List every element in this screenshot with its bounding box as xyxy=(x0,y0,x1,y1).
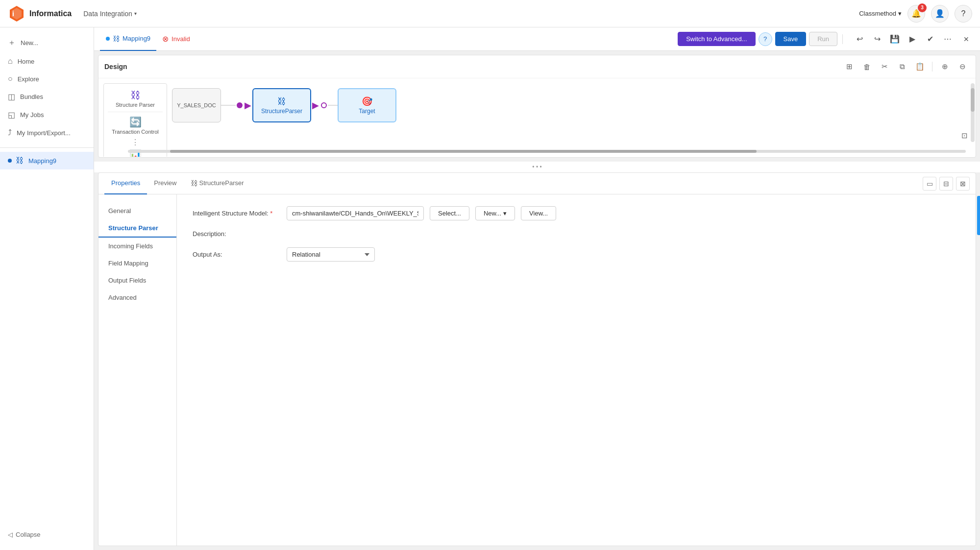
props-nav-incoming-fields-label: Incoming Fields xyxy=(108,242,153,250)
new-model-label: New... xyxy=(484,210,501,217)
structure-parser-node-item[interactable]: ⛓ Structure Parser xyxy=(108,87,163,111)
grid-view-button[interactable]: ⊞ xyxy=(842,59,857,74)
nav-user-button[interactable]: 👤 xyxy=(931,5,949,23)
output-as-form-row: Output As: Relational Hierarchical Flat xyxy=(193,247,960,262)
source-node[interactable]: Y_SALES_DOC xyxy=(172,88,221,122)
sidebar-item-explore[interactable]: ○ Explore xyxy=(0,70,94,88)
nav-help-button[interactable]: ? xyxy=(955,5,972,23)
tab-preview[interactable]: Preview xyxy=(147,173,183,194)
new-model-group: New... ▾ xyxy=(475,206,515,220)
props-nav-incoming-fields[interactable]: Incoming Fields xyxy=(98,238,176,255)
sidebar-item-bundles[interactable]: ◫ Bundles xyxy=(0,88,94,106)
collapse-label: Collapse xyxy=(16,531,41,538)
switch-to-advanced-button[interactable]: Switch to Advanced... xyxy=(678,32,755,46)
props-nav-general[interactable]: General xyxy=(98,202,176,219)
arrow-2: ▶ xyxy=(311,100,338,111)
save-to-repo-button[interactable]: 💾 xyxy=(887,31,903,47)
sidebar: ＋ New... ⌂ Home ○ Explore ◫ Bundles ◱ My… xyxy=(0,27,94,550)
save-button[interactable]: Save xyxy=(775,32,807,46)
layout-horizontal-button[interactable]: ▭ xyxy=(923,177,936,191)
tab-structureparser[interactable]: ⛓ StructureParser xyxy=(184,173,251,194)
layout-vertical-button[interactable]: ⊟ xyxy=(939,177,953,191)
select-model-button[interactable]: Select... xyxy=(430,206,469,220)
structure-parser-flow-node[interactable]: ⛓ StructureParser xyxy=(252,88,311,122)
props-nav-structure-parser[interactable]: Structure Parser xyxy=(98,219,176,238)
explore-icon: ○ xyxy=(8,74,13,83)
sidebar-item-new[interactable]: ＋ New... xyxy=(0,33,94,52)
copy-button[interactable]: ⧉ xyxy=(895,59,909,74)
zoom-out-button[interactable]: ⊖ xyxy=(955,59,970,74)
props-nav-output-fields[interactable]: Output Fields xyxy=(98,272,176,289)
active-dot xyxy=(8,159,12,163)
minimap-button[interactable]: ⊡ xyxy=(957,128,972,143)
nav-notifications-button[interactable]: 🔔 3 xyxy=(907,5,925,23)
target-flow-node[interactable]: 🎯 Target xyxy=(338,88,396,122)
structure-parser-flow-icon: ⛓ xyxy=(277,96,286,107)
redo-button[interactable]: ↪ xyxy=(869,31,885,47)
props-nav-field-mapping-label: Field Mapping xyxy=(108,260,148,267)
close-tab-button[interactable]: ✕ xyxy=(958,31,974,47)
sidebar-item-mapping9-label: Mapping9 xyxy=(28,157,56,165)
flow-arrow-2: ▶ xyxy=(312,100,319,111)
sidebar-item-home[interactable]: ⌂ Home xyxy=(0,52,94,70)
paste-button[interactable]: 📋 xyxy=(912,59,927,74)
output-as-select[interactable]: Relational Hierarchical Flat xyxy=(287,247,375,262)
target-flow-label: Target xyxy=(359,108,375,115)
properties-nav: General Structure Parser Incoming Fields… xyxy=(98,194,177,546)
layout-full-button[interactable]: ⊠ xyxy=(956,177,970,191)
properties-panel: Properties Preview ⛓ StructureParser ▭ ⊟… xyxy=(98,172,976,546)
collapse-button[interactable]: ◁ Collapse xyxy=(8,531,86,538)
panel-resize-handle[interactable]: • • • xyxy=(94,162,980,172)
main-content: ⛓ Mapping9 ⊗ Invalid Switch to Advanced.… xyxy=(94,27,980,550)
home-icon: ⌂ xyxy=(8,57,13,66)
description-label: Description: xyxy=(193,230,281,238)
canvas-horizontal-scrollbar[interactable] xyxy=(128,150,966,153)
transaction-control-icon: 🔄 xyxy=(129,116,142,128)
node-divider xyxy=(108,112,163,112)
transaction-control-node-label: Transaction Control xyxy=(112,129,159,135)
mapping-tab-icon: ⛓ xyxy=(113,35,120,43)
mapping-tab[interactable]: ⛓ Mapping9 xyxy=(100,27,156,51)
model-input[interactable] xyxy=(287,206,424,220)
svg-text:i: i xyxy=(12,10,14,18)
sidebar-item-explore-label: Explore xyxy=(18,75,39,83)
node-more-button[interactable]: ⋮ xyxy=(108,138,163,147)
nav-product[interactable]: Data Integration ▾ xyxy=(83,10,137,18)
transaction-control-node-item[interactable]: 🔄 Transaction Control xyxy=(108,113,163,138)
preview-button[interactable]: ▶ xyxy=(905,31,920,47)
zoom-in-button[interactable]: ⊕ xyxy=(937,59,952,74)
sidebar-item-bundles-label: Bundles xyxy=(20,93,43,100)
undo-button[interactable]: ↩ xyxy=(852,31,867,47)
nav-brand: Informatica xyxy=(29,9,72,18)
mapping-tab-label: Mapping9 xyxy=(122,35,150,42)
props-nav-field-mapping[interactable]: Field Mapping xyxy=(98,255,176,272)
bundles-icon: ◫ xyxy=(8,92,15,101)
props-nav-general-label: General xyxy=(108,207,131,215)
delete-button[interactable]: 🗑 xyxy=(859,59,874,74)
new-model-chevron-icon: ▾ xyxy=(503,210,507,217)
validate-button[interactable]: ✔ xyxy=(922,31,938,47)
view-model-button[interactable]: View... xyxy=(521,206,556,220)
flow-dot-2 xyxy=(321,102,327,108)
cut-button[interactable]: ✂ xyxy=(877,59,892,74)
canvas-vertical-scrollbar[interactable] xyxy=(971,83,975,142)
run-button[interactable]: Run xyxy=(809,32,837,46)
nav-org-selector[interactable]: Classmethod ▾ xyxy=(859,10,902,17)
canvas-scrollbar-thumb xyxy=(170,150,757,153)
myjobs-icon: ◱ xyxy=(8,110,15,120)
more-options-button[interactable]: ⋯ xyxy=(940,31,956,47)
design-tools: ⊞ 🗑 ✂ ⧉ 📋 ⊕ ⊖ xyxy=(842,59,970,74)
advanced-help-button[interactable]: ? xyxy=(759,32,772,46)
sidebar-item-mapping9[interactable]: ⛓ Mapping9 xyxy=(0,152,94,169)
minimap-icon: ⊡ xyxy=(957,128,972,143)
sidebar-item-myjobs-label: My Jobs xyxy=(20,111,44,119)
new-model-button[interactable]: New... ▾ xyxy=(475,206,515,220)
tab-dot xyxy=(106,37,110,41)
sidebar-item-importexport[interactable]: ⤴ My Import/Export... xyxy=(0,124,94,142)
tab-properties[interactable]: Properties xyxy=(104,173,147,194)
tab-properties-label: Properties xyxy=(111,179,140,187)
toolbar-icons: ↩ ↪ 💾 ▶ ✔ ⋯ xyxy=(852,31,956,47)
props-nav-advanced[interactable]: Advanced xyxy=(98,289,176,306)
sidebar-item-myjobs[interactable]: ◱ My Jobs xyxy=(0,106,94,124)
properties-form-content: Intelligent Structure Model: * Select...… xyxy=(177,194,976,546)
